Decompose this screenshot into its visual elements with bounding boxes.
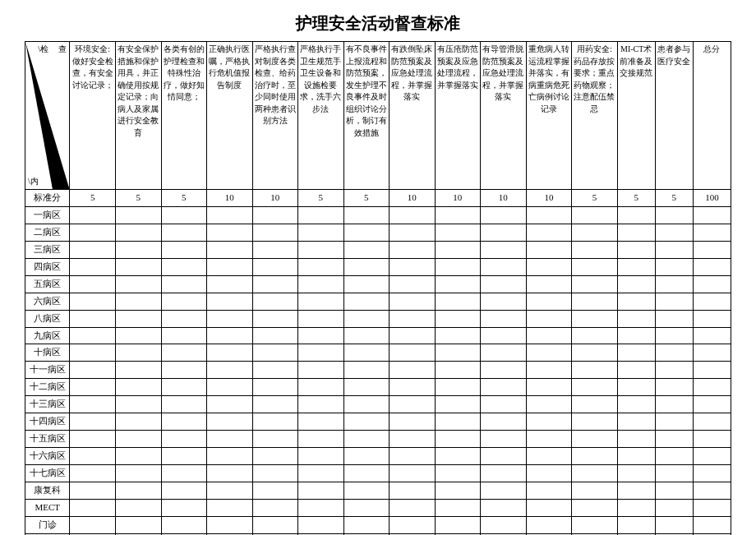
score-cell[interactable] (693, 258, 731, 275)
score-cell[interactable] (70, 413, 116, 431)
score-cell[interactable] (252, 327, 298, 344)
score-cell[interactable] (115, 482, 161, 499)
score-cell[interactable] (435, 362, 481, 379)
score-cell[interactable] (435, 275, 481, 293)
score-cell[interactable] (526, 206, 572, 224)
score-cell[interactable] (115, 310, 161, 327)
score-cell[interactable] (655, 431, 693, 448)
score-cell[interactable] (693, 293, 731, 310)
score-cell[interactable] (207, 431, 253, 448)
score-cell[interactable] (161, 379, 207, 396)
score-cell[interactable] (70, 431, 116, 448)
score-cell[interactable] (435, 206, 481, 224)
score-cell[interactable] (252, 465, 298, 482)
score-cell[interactable] (343, 499, 390, 516)
score-cell[interactable] (343, 258, 390, 275)
score-cell[interactable] (343, 206, 390, 224)
score-cell[interactable] (207, 482, 253, 499)
score-cell[interactable] (390, 413, 436, 431)
score-cell[interactable] (481, 499, 527, 516)
score-cell[interactable] (161, 258, 207, 275)
score-cell[interactable] (207, 344, 253, 362)
score-cell[interactable] (298, 448, 344, 465)
score-cell[interactable] (693, 362, 731, 379)
score-cell[interactable] (161, 293, 207, 310)
score-cell[interactable] (572, 327, 618, 344)
score-cell[interactable] (390, 396, 436, 413)
score-cell[interactable] (252, 258, 298, 275)
score-cell[interactable] (298, 362, 344, 379)
score-cell[interactable] (481, 327, 527, 344)
score-cell[interactable] (435, 310, 481, 327)
score-cell[interactable] (572, 224, 618, 241)
score-cell[interactable] (655, 344, 693, 362)
score-cell[interactable] (572, 293, 618, 310)
score-cell[interactable] (572, 413, 618, 431)
score-cell[interactable] (298, 413, 344, 431)
score-cell[interactable] (617, 258, 655, 275)
score-cell[interactable] (70, 224, 116, 241)
score-cell[interactable] (693, 499, 731, 516)
score-cell[interactable] (526, 516, 572, 533)
score-cell[interactable] (390, 327, 436, 344)
score-cell[interactable] (298, 344, 344, 362)
score-cell[interactable] (115, 241, 161, 258)
score-cell[interactable] (655, 258, 693, 275)
score-cell[interactable] (70, 293, 116, 310)
score-cell[interactable] (390, 516, 436, 533)
score-cell[interactable] (481, 224, 527, 241)
score-cell[interactable] (207, 362, 253, 379)
score-cell[interactable] (70, 465, 116, 482)
score-cell[interactable] (390, 275, 436, 293)
score-cell[interactable] (572, 516, 618, 533)
score-cell[interactable] (390, 344, 436, 362)
score-cell[interactable] (390, 465, 436, 482)
score-cell[interactable] (115, 516, 161, 533)
score-cell[interactable] (298, 327, 344, 344)
score-cell[interactable] (161, 275, 207, 293)
score-cell[interactable] (617, 516, 655, 533)
score-cell[interactable] (481, 396, 527, 413)
score-cell[interactable] (655, 241, 693, 258)
score-cell[interactable] (693, 224, 731, 241)
score-cell[interactable] (343, 516, 390, 533)
score-cell[interactable] (343, 413, 390, 431)
score-cell[interactable] (481, 362, 527, 379)
score-cell[interactable] (435, 499, 481, 516)
score-cell[interactable] (526, 431, 572, 448)
score-cell[interactable] (390, 310, 436, 327)
score-cell[interactable] (617, 499, 655, 516)
score-cell[interactable] (617, 241, 655, 258)
score-cell[interactable] (435, 258, 481, 275)
score-cell[interactable] (572, 310, 618, 327)
score-cell[interactable] (390, 224, 436, 241)
score-cell[interactable] (115, 413, 161, 431)
score-cell[interactable] (655, 499, 693, 516)
score-cell[interactable] (252, 379, 298, 396)
score-cell[interactable] (115, 224, 161, 241)
score-cell[interactable] (207, 224, 253, 241)
score-cell[interactable] (617, 413, 655, 431)
score-cell[interactable] (435, 516, 481, 533)
score-cell[interactable] (390, 482, 436, 499)
score-cell[interactable] (252, 362, 298, 379)
score-cell[interactable] (390, 379, 436, 396)
score-cell[interactable] (693, 379, 731, 396)
score-cell[interactable] (207, 293, 253, 310)
score-cell[interactable] (617, 310, 655, 327)
score-cell[interactable] (693, 465, 731, 482)
score-cell[interactable] (161, 396, 207, 413)
score-cell[interactable] (481, 431, 527, 448)
score-cell[interactable] (481, 413, 527, 431)
score-cell[interactable] (693, 241, 731, 258)
score-cell[interactable] (115, 293, 161, 310)
score-cell[interactable] (70, 499, 116, 516)
score-cell[interactable] (435, 465, 481, 482)
score-cell[interactable] (693, 482, 731, 499)
score-cell[interactable] (390, 293, 436, 310)
score-cell[interactable] (693, 396, 731, 413)
score-cell[interactable] (252, 413, 298, 431)
score-cell[interactable] (161, 499, 207, 516)
score-cell[interactable] (298, 516, 344, 533)
score-cell[interactable] (481, 241, 527, 258)
